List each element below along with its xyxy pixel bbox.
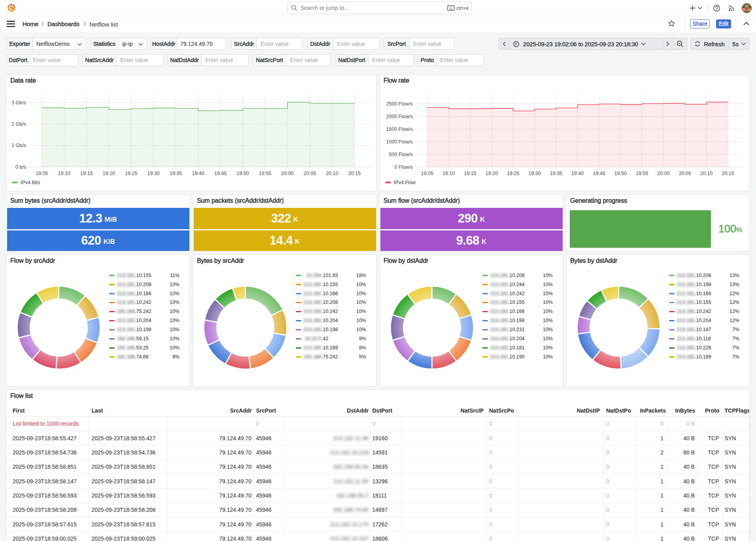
svg-text:19:20: 19:20 [486, 171, 498, 176]
svg-text:19:45: 19:45 [214, 171, 227, 176]
svg-text:2 Gb/s: 2 Gb/s [11, 121, 26, 127]
svg-text:19:35: 19:35 [170, 171, 182, 176]
svg-text:19:25: 19:25 [125, 171, 137, 176]
svg-text:19:50: 19:50 [614, 171, 627, 176]
svg-text:19:40: 19:40 [192, 171, 204, 176]
svg-text:1500 Flow/s: 1500 Flow/s [386, 126, 413, 132]
svg-text:1 Gb/s: 1 Gb/s [11, 143, 26, 148]
svg-text:20:00: 20:00 [657, 171, 669, 176]
svg-text:20:05: 20:05 [304, 171, 316, 176]
svg-text:IPv4.Flow: IPv4.Flow [394, 180, 416, 185]
svg-text:2000 Flow/s: 2000 Flow/s [386, 114, 413, 119]
svg-text:20:05: 20:05 [679, 171, 691, 176]
svg-text:19:55: 19:55 [259, 171, 271, 176]
svg-text:19:05: 19:05 [36, 171, 48, 176]
svg-text:500 Flow/s: 500 Flow/s [389, 152, 413, 157]
svg-text:19:10: 19:10 [58, 171, 70, 176]
svg-text:3 Gb/s: 3 Gb/s [11, 100, 26, 106]
svg-text:19:45: 19:45 [593, 171, 605, 176]
svg-text:1000 Flow/s: 1000 Flow/s [386, 139, 413, 145]
svg-text:19:30: 19:30 [147, 171, 160, 176]
svg-text:2500 Flow/s: 2500 Flow/s [386, 101, 413, 107]
svg-text:19:15: 19:15 [80, 171, 93, 176]
svg-text:20:10: 20:10 [326, 171, 338, 176]
svg-text:19:35: 19:35 [550, 171, 562, 176]
svg-text:19:20: 19:20 [103, 171, 115, 176]
svg-text:19:05: 19:05 [421, 171, 433, 176]
svg-text:0 b/s: 0 b/s [15, 164, 26, 170]
svg-text:20:10: 20:10 [700, 171, 713, 176]
svg-text:0 Flow/s: 0 Flow/s [394, 164, 413, 170]
svg-text:19:40: 19:40 [571, 171, 584, 176]
svg-text:19:55: 19:55 [636, 171, 648, 176]
svg-text:20:00: 20:00 [281, 171, 293, 176]
svg-text:IPv4.Bits: IPv4.Bits [21, 180, 40, 185]
svg-text:20:15: 20:15 [348, 171, 361, 176]
svg-text:19:30: 19:30 [528, 171, 541, 176]
svg-text:19:15: 19:15 [464, 171, 476, 176]
svg-text:19:10: 19:10 [442, 171, 455, 176]
svg-text:20:15: 20:15 [722, 171, 734, 176]
svg-text:19:50: 19:50 [236, 171, 249, 176]
svg-text:19:25: 19:25 [507, 171, 519, 176]
